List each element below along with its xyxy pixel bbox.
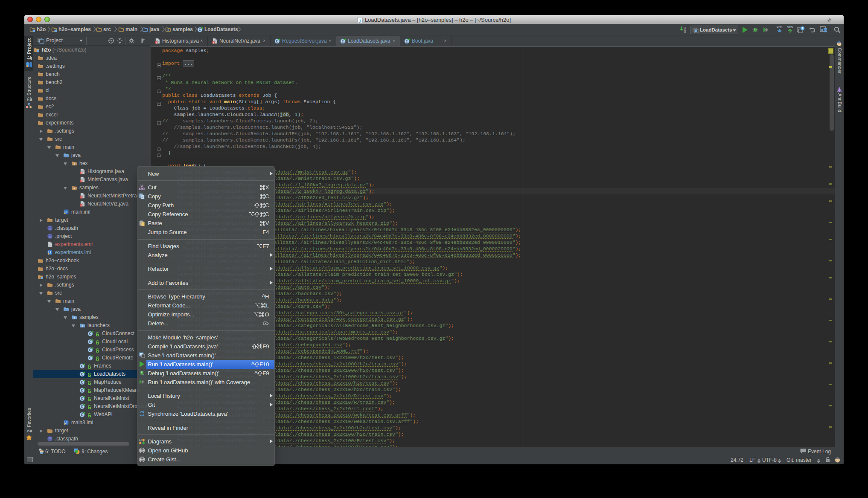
- svg-text:VCS: VCS: [777, 26, 783, 29]
- svg-text:01: 01: [684, 31, 686, 34]
- svg-text:j: j: [359, 18, 361, 22]
- svg-text:VCS: VCS: [787, 26, 793, 29]
